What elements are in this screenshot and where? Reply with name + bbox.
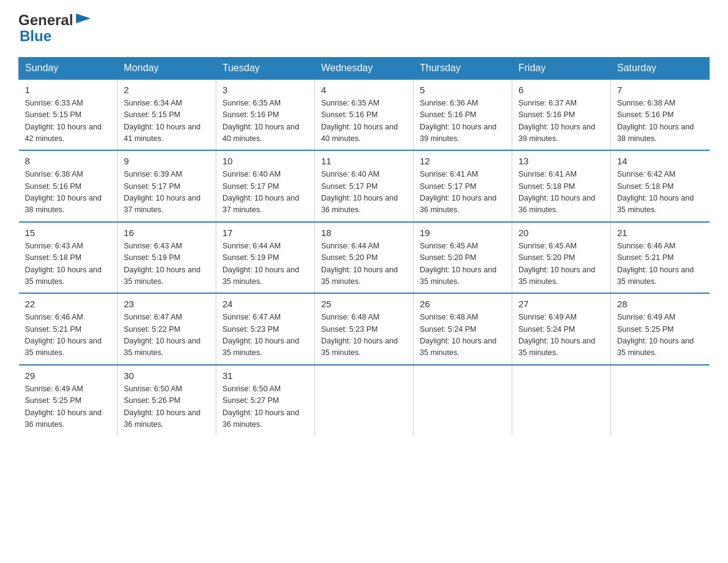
day-info: Sunrise: 6:49 AMSunset: 5:25 PMDaylight:… bbox=[617, 313, 694, 357]
calendar-cell: 26 Sunrise: 6:48 AMSunset: 5:24 PMDaylig… bbox=[414, 293, 512, 365]
day-info: Sunrise: 6:43 AMSunset: 5:18 PMDaylight:… bbox=[25, 242, 102, 286]
day-number: 10 bbox=[222, 156, 308, 166]
calendar-cell bbox=[512, 365, 611, 436]
header-row: SundayMondayTuesdayWednesdayThursdayFrid… bbox=[19, 57, 710, 79]
logo-general-text: General bbox=[18, 12, 73, 28]
calendar-cell: 22 Sunrise: 6:46 AMSunset: 5:21 PMDaylig… bbox=[19, 293, 118, 365]
calendar-cell: 8 Sunrise: 6:38 AMSunset: 5:16 PMDayligh… bbox=[19, 150, 118, 222]
day-info: Sunrise: 6:34 AMSunset: 5:15 PMDaylight:… bbox=[124, 99, 200, 143]
calendar-cell: 7 Sunrise: 6:38 AMSunset: 5:16 PMDayligh… bbox=[611, 79, 710, 151]
calendar-cell: 29 Sunrise: 6:49 AMSunset: 5:25 PMDaylig… bbox=[19, 365, 118, 436]
calendar-cell: 30 Sunrise: 6:50 AMSunset: 5:26 PMDaylig… bbox=[118, 365, 216, 436]
day-info: Sunrise: 6:46 AMSunset: 5:21 PMDaylight:… bbox=[617, 242, 694, 286]
calendar-cell: 18 Sunrise: 6:44 AMSunset: 5:20 PMDaylig… bbox=[315, 222, 414, 294]
calendar-cell: 24 Sunrise: 6:47 AMSunset: 5:23 PMDaylig… bbox=[216, 293, 315, 365]
day-info: Sunrise: 6:36 AMSunset: 5:16 PMDaylight:… bbox=[420, 99, 496, 143]
svg-marker-0 bbox=[76, 13, 91, 23]
day-number: 27 bbox=[518, 299, 604, 309]
logo-blue-text: Blue bbox=[20, 28, 92, 44]
header-day-friday: Friday bbox=[512, 57, 611, 79]
day-number: 24 bbox=[222, 299, 308, 309]
day-info: Sunrise: 6:49 AMSunset: 5:24 PMDaylight:… bbox=[518, 313, 595, 357]
calendar-table: SundayMondayTuesdayWednesdayThursdayFrid… bbox=[18, 57, 710, 436]
day-info: Sunrise: 6:35 AMSunset: 5:16 PMDaylight:… bbox=[222, 99, 299, 143]
day-number: 29 bbox=[25, 370, 112, 381]
day-info: Sunrise: 6:50 AMSunset: 5:27 PMDaylight:… bbox=[222, 385, 299, 429]
day-number: 17 bbox=[222, 228, 308, 238]
day-number: 12 bbox=[420, 156, 506, 166]
day-number: 20 bbox=[518, 228, 604, 238]
day-number: 1 bbox=[25, 85, 112, 95]
week-row-4: 22 Sunrise: 6:46 AMSunset: 5:21 PMDaylig… bbox=[19, 293, 710, 365]
day-number: 13 bbox=[518, 156, 604, 166]
day-number: 21 bbox=[617, 228, 703, 238]
day-info: Sunrise: 6:50 AMSunset: 5:26 PMDaylight:… bbox=[124, 385, 200, 429]
calendar-cell: 11 Sunrise: 6:40 AMSunset: 5:17 PMDaylig… bbox=[315, 150, 414, 222]
day-info: Sunrise: 6:48 AMSunset: 5:23 PMDaylight:… bbox=[321, 313, 398, 357]
header-day-monday: Monday bbox=[118, 57, 216, 79]
day-number: 16 bbox=[124, 228, 210, 238]
day-info: Sunrise: 6:35 AMSunset: 5:16 PMDaylight:… bbox=[321, 99, 398, 143]
calendar-cell: 14 Sunrise: 6:42 AMSunset: 5:18 PMDaylig… bbox=[611, 150, 710, 222]
calendar-cell: 21 Sunrise: 6:46 AMSunset: 5:21 PMDaylig… bbox=[611, 222, 710, 294]
day-number: 11 bbox=[321, 156, 407, 166]
day-info: Sunrise: 6:38 AMSunset: 5:16 PMDaylight:… bbox=[617, 99, 694, 143]
calendar-cell: 16 Sunrise: 6:43 AMSunset: 5:19 PMDaylig… bbox=[118, 222, 216, 294]
day-info: Sunrise: 6:39 AMSunset: 5:17 PMDaylight:… bbox=[124, 170, 200, 214]
header-day-saturday: Saturday bbox=[611, 57, 710, 79]
header-day-wednesday: Wednesday bbox=[315, 57, 414, 79]
day-number: 8 bbox=[25, 156, 112, 166]
calendar-cell: 5 Sunrise: 6:36 AMSunset: 5:16 PMDayligh… bbox=[414, 79, 512, 151]
calendar-cell: 9 Sunrise: 6:39 AMSunset: 5:17 PMDayligh… bbox=[118, 150, 216, 222]
day-info: Sunrise: 6:44 AMSunset: 5:19 PMDaylight:… bbox=[222, 242, 299, 286]
calendar-cell: 6 Sunrise: 6:37 AMSunset: 5:16 PMDayligh… bbox=[512, 79, 611, 151]
day-info: Sunrise: 6:45 AMSunset: 5:20 PMDaylight:… bbox=[518, 242, 595, 286]
week-row-5: 29 Sunrise: 6:49 AMSunset: 5:25 PMDaylig… bbox=[19, 365, 710, 436]
day-number: 9 bbox=[124, 156, 210, 166]
day-info: Sunrise: 6:43 AMSunset: 5:19 PMDaylight:… bbox=[124, 242, 200, 286]
calendar-cell: 28 Sunrise: 6:49 AMSunset: 5:25 PMDaylig… bbox=[611, 293, 710, 365]
calendar-cell: 19 Sunrise: 6:45 AMSunset: 5:20 PMDaylig… bbox=[414, 222, 512, 294]
calendar-cell: 23 Sunrise: 6:47 AMSunset: 5:22 PMDaylig… bbox=[118, 293, 216, 365]
calendar-cell: 1 Sunrise: 6:33 AMSunset: 5:15 PMDayligh… bbox=[19, 79, 118, 151]
page-header: General Blue bbox=[18, 12, 710, 45]
day-info: Sunrise: 6:48 AMSunset: 5:24 PMDaylight:… bbox=[420, 313, 496, 357]
calendar-cell: 4 Sunrise: 6:35 AMSunset: 5:16 PMDayligh… bbox=[315, 79, 414, 151]
day-info: Sunrise: 6:49 AMSunset: 5:25 PMDaylight:… bbox=[25, 385, 102, 429]
day-info: Sunrise: 6:41 AMSunset: 5:18 PMDaylight:… bbox=[518, 170, 595, 214]
day-number: 31 bbox=[222, 370, 308, 381]
day-number: 30 bbox=[124, 370, 210, 381]
calendar-cell: 17 Sunrise: 6:44 AMSunset: 5:19 PMDaylig… bbox=[216, 222, 315, 294]
calendar-cell: 2 Sunrise: 6:34 AMSunset: 5:15 PMDayligh… bbox=[118, 79, 216, 151]
day-number: 4 bbox=[321, 85, 407, 95]
day-number: 18 bbox=[321, 228, 407, 238]
calendar-cell bbox=[414, 365, 512, 436]
day-info: Sunrise: 6:40 AMSunset: 5:17 PMDaylight:… bbox=[222, 170, 299, 214]
calendar-cell: 15 Sunrise: 6:43 AMSunset: 5:18 PMDaylig… bbox=[19, 222, 118, 294]
calendar-cell: 31 Sunrise: 6:50 AMSunset: 5:27 PMDaylig… bbox=[216, 365, 315, 436]
calendar-cell bbox=[611, 365, 710, 436]
logo: General Blue bbox=[18, 12, 92, 45]
calendar-cell: 10 Sunrise: 6:40 AMSunset: 5:17 PMDaylig… bbox=[216, 150, 315, 222]
header-day-sunday: Sunday bbox=[19, 57, 118, 79]
header-day-tuesday: Tuesday bbox=[216, 57, 315, 79]
day-info: Sunrise: 6:44 AMSunset: 5:20 PMDaylight:… bbox=[321, 242, 398, 286]
day-number: 5 bbox=[420, 85, 506, 95]
day-number: 28 bbox=[617, 299, 703, 309]
day-info: Sunrise: 6:47 AMSunset: 5:22 PMDaylight:… bbox=[124, 313, 200, 357]
day-number: 26 bbox=[420, 299, 506, 309]
week-row-2: 8 Sunrise: 6:38 AMSunset: 5:16 PMDayligh… bbox=[19, 150, 710, 222]
day-info: Sunrise: 6:33 AMSunset: 5:15 PMDaylight:… bbox=[25, 99, 102, 143]
day-number: 3 bbox=[222, 85, 308, 95]
day-number: 19 bbox=[420, 228, 506, 238]
calendar-cell: 12 Sunrise: 6:41 AMSunset: 5:17 PMDaylig… bbox=[414, 150, 512, 222]
calendar-cell: 20 Sunrise: 6:45 AMSunset: 5:20 PMDaylig… bbox=[512, 222, 611, 294]
day-number: 25 bbox=[321, 299, 407, 309]
header-day-thursday: Thursday bbox=[414, 57, 512, 79]
day-info: Sunrise: 6:37 AMSunset: 5:16 PMDaylight:… bbox=[518, 99, 595, 143]
day-number: 2 bbox=[124, 85, 210, 95]
week-row-1: 1 Sunrise: 6:33 AMSunset: 5:15 PMDayligh… bbox=[19, 79, 710, 151]
day-number: 6 bbox=[518, 85, 604, 95]
day-info: Sunrise: 6:42 AMSunset: 5:18 PMDaylight:… bbox=[617, 170, 694, 214]
day-number: 22 bbox=[25, 299, 112, 309]
